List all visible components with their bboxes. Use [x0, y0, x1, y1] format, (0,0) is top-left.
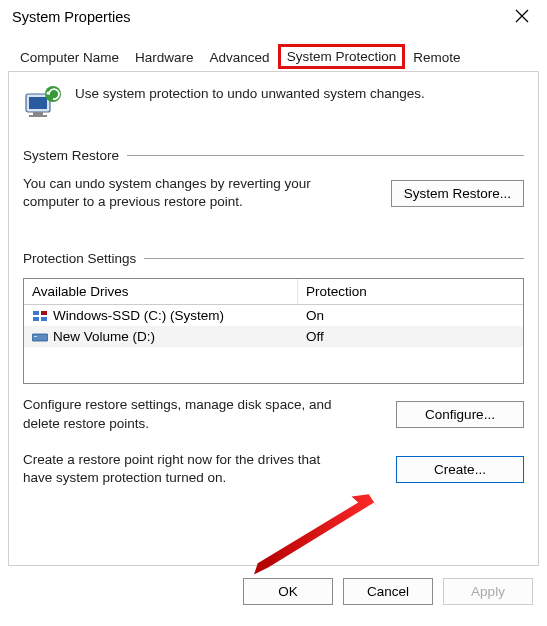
- system-restore-group: System Restore You can undo system chang…: [23, 148, 524, 211]
- intro-text: Use system protection to undo unwanted s…: [75, 84, 425, 101]
- svg-rect-1: [29, 97, 47, 109]
- svg-marker-11: [254, 494, 379, 574]
- svg-rect-3: [29, 115, 47, 117]
- col-available-drives[interactable]: Available Drives: [24, 279, 298, 304]
- drive-name: New Volume (D:): [53, 329, 155, 344]
- tab-hardware[interactable]: Hardware: [127, 46, 202, 69]
- apply-button: Apply: [443, 578, 533, 605]
- drive-protection: On: [298, 305, 523, 326]
- system-protection-icon: [23, 84, 63, 124]
- tab-computer-name[interactable]: Computer Name: [12, 46, 127, 69]
- drive-row[interactable]: Windows-SSD (C:) (System) On: [24, 305, 523, 326]
- drive-name: Windows-SSD (C:) (System): [53, 308, 224, 323]
- ok-button[interactable]: OK: [243, 578, 333, 605]
- drive-protection: Off: [298, 326, 523, 347]
- system-restore-button[interactable]: System Restore...: [391, 180, 524, 207]
- svg-rect-9: [32, 334, 48, 341]
- intro-row: Use system protection to undo unwanted s…: [23, 84, 524, 124]
- configure-description: Configure restore settings, manage disk …: [23, 396, 333, 432]
- cancel-button[interactable]: Cancel: [343, 578, 433, 605]
- tab-advanced[interactable]: Advanced: [202, 46, 278, 69]
- tab-remote[interactable]: Remote: [405, 46, 468, 69]
- divider: [144, 258, 524, 259]
- svg-rect-10: [34, 336, 37, 337]
- drive-d-icon: [32, 331, 48, 343]
- drive-c-icon: [32, 310, 48, 322]
- drives-table: Available Drives Protection Windows-: [23, 278, 524, 384]
- close-icon: [515, 9, 529, 23]
- system-properties-window: System Properties Computer Name Hardware…: [0, 0, 547, 626]
- svg-rect-8: [41, 317, 47, 321]
- window-title: System Properties: [12, 9, 130, 25]
- tab-strip: Computer Name Hardware Advanced System P…: [0, 28, 547, 69]
- restore-description: You can undo system changes by reverting…: [23, 175, 333, 211]
- dialog-buttons: OK Cancel Apply: [0, 566, 547, 616]
- drives-body: Windows-SSD (C:) (System) On New Volume …: [24, 305, 523, 383]
- tab-content: Use system protection to undo unwanted s…: [8, 71, 539, 566]
- svg-rect-5: [33, 311, 39, 315]
- svg-rect-6: [41, 311, 47, 315]
- close-button[interactable]: [507, 8, 537, 26]
- titlebar: System Properties: [0, 0, 547, 28]
- divider: [127, 155, 524, 156]
- system-restore-title: System Restore: [23, 148, 127, 163]
- col-protection[interactable]: Protection: [298, 279, 523, 304]
- configure-button[interactable]: Configure...: [396, 401, 524, 428]
- create-button[interactable]: Create...: [396, 456, 524, 483]
- drive-row[interactable]: New Volume (D:) Off: [24, 326, 523, 347]
- svg-rect-7: [33, 317, 39, 321]
- svg-rect-2: [33, 112, 43, 115]
- drives-header: Available Drives Protection: [24, 279, 523, 305]
- tab-system-protection[interactable]: System Protection: [278, 44, 406, 69]
- protection-settings-group: Protection Settings Available Drives Pro…: [23, 251, 524, 487]
- protection-settings-title: Protection Settings: [23, 251, 144, 266]
- create-description: Create a restore point right now for the…: [23, 451, 333, 487]
